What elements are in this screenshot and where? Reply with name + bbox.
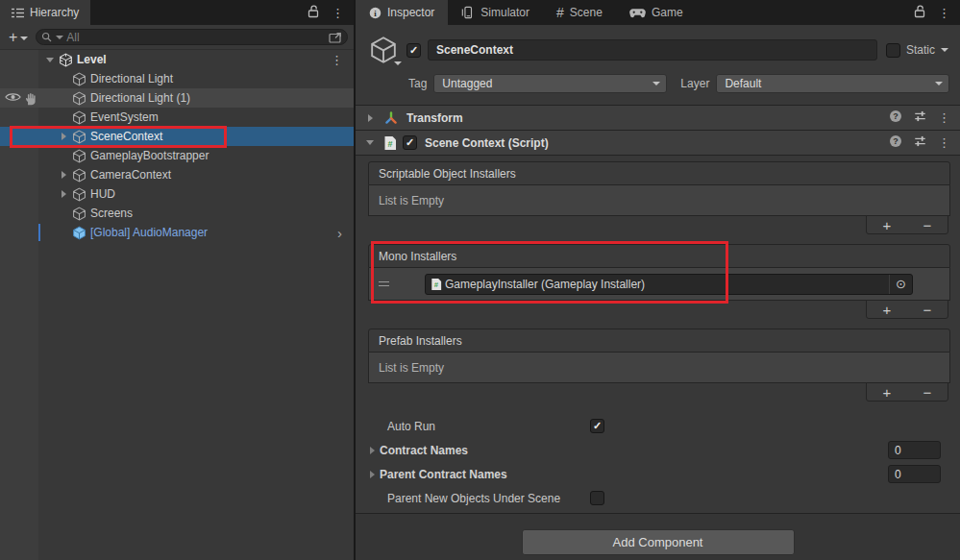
hierarchy-item-directional-light[interactable]: Directional Light — [0, 69, 354, 88]
expander-collapsed-icon[interactable] — [56, 186, 71, 202]
tab-simulator[interactable]: Simulator — [448, 0, 543, 25]
prefab-open-arrow-icon[interactable]: › — [337, 226, 354, 240]
hierarchy-item-directional-light-1[interactable]: Directional Light (1) — [0, 88, 354, 108]
remove-item-button[interactable]: − — [907, 384, 948, 401]
preset-icon[interactable] — [913, 134, 927, 151]
property-auto-run: Auto Run — [368, 416, 941, 436]
hierarchy-item-label: Directional Light — [90, 72, 173, 85]
pickability-hand-icon[interactable] — [24, 92, 37, 109]
tab-game[interactable]: Game — [616, 0, 697, 25]
add-item-button[interactable]: + — [867, 217, 907, 233]
remove-item-button[interactable]: − — [907, 217, 948, 233]
component-header-transform[interactable]: Transform ? ⋮ — [356, 105, 960, 130]
list-item-row[interactable]: #GameplayInstaller (Gameplay Installer)⊙ — [368, 268, 950, 301]
expander-collapsed-icon[interactable] — [364, 443, 380, 458]
gameobject-cube-icon — [71, 167, 86, 183]
tag-label: Tag — [408, 77, 427, 90]
hierarchy-item-level[interactable]: Level⋮ — [0, 50, 354, 69]
component-header-scene-context[interactable]: # Scene Context (Script) ? ⋮ — [356, 130, 960, 155]
hierarchy-item-label: SceneContext — [90, 130, 162, 143]
kebab-menu-icon[interactable]: ⋮ — [938, 111, 950, 124]
magnifier-icon — [41, 32, 53, 43]
hierarchy-item-screens[interactable]: Screens — [0, 204, 354, 223]
expander-collapsed-icon[interactable] — [56, 129, 71, 144]
component-enabled-checkbox[interactable] — [403, 135, 417, 150]
list-footer: +− — [368, 216, 950, 241]
info-icon: i — [369, 7, 382, 19]
tab-hierarchy[interactable]: Hierarchy — [0, 0, 90, 25]
kebab-menu-icon[interactable]: ⋮ — [938, 7, 950, 19]
remove-item-button[interactable]: − — [907, 302, 948, 318]
script-icon: # — [383, 135, 397, 151]
hierarchy-item-cameracontext[interactable]: CameraContext — [0, 165, 354, 184]
array-size-input[interactable] — [888, 441, 941, 459]
property-checkbox[interactable] — [590, 491, 604, 505]
expander-slot — [56, 225, 71, 240]
prefab-accent-bar — [38, 224, 40, 241]
svg-text:?: ? — [893, 136, 898, 146]
add-item-button[interactable]: + — [867, 384, 907, 401]
expander-collapsed-icon[interactable] — [364, 467, 380, 482]
chevron-down-icon — [652, 82, 660, 85]
preset-icon[interactable] — [913, 110, 927, 126]
object-field[interactable]: #GameplayInstaller (Gameplay Installer)⊙ — [425, 274, 913, 295]
hierarchy-tree: Level⋮Directional LightDirectional Light… — [0, 50, 354, 560]
add-item-button[interactable]: + — [867, 302, 907, 318]
help-icon[interactable]: ? — [889, 134, 902, 151]
kebab-menu-icon[interactable]: ⋮ — [938, 136, 950, 149]
layer-label: Layer — [680, 77, 709, 90]
gameobject-cube-icon[interactable] — [367, 34, 400, 66]
list-prefab-installers: Prefab InstallersList is Empty+− — [368, 329, 950, 408]
expander-slot — [56, 148, 71, 163]
visibility-eye-icon[interactable] — [5, 91, 21, 106]
expander-expanded-icon[interactable] — [362, 135, 378, 151]
layer-dropdown[interactable]: Default — [716, 74, 949, 93]
svg-text:?: ? — [893, 111, 898, 121]
list-mono-installers: Mono Installers#GameplayInstaller (Gamep… — [368, 244, 950, 326]
gameobject-cube-icon — [71, 148, 86, 163]
object-picker-button[interactable]: ⊙ — [889, 275, 912, 294]
gameobject-cube-icon — [71, 90, 86, 106]
hierarchy-item-global-audiomanager[interactable]: [Global] AudioManager› — [0, 223, 354, 242]
active-checkbox[interactable] — [406, 43, 421, 58]
prefab-cube-icon — [71, 225, 86, 240]
create-object-button[interactable]: + — [6, 29, 31, 46]
property-parent-new-objects-under-scene: Parent New Objects Under Scene — [368, 488, 941, 508]
lock-icon[interactable] — [308, 5, 319, 21]
scene-menu-icon[interactable]: ⋮ — [331, 54, 354, 66]
lock-icon[interactable] — [914, 5, 925, 21]
hierarchy-item-hud[interactable]: HUD — [0, 184, 354, 204]
tag-dropdown[interactable]: Untagged — [433, 74, 667, 93]
static-label: Static — [906, 43, 935, 57]
expander-collapsed-icon[interactable] — [56, 167, 71, 183]
drag-handle-icon[interactable] — [379, 281, 389, 286]
array-size-input[interactable] — [888, 465, 941, 483]
static-checkbox[interactable] — [886, 43, 900, 58]
expander-collapsed-icon[interactable] — [362, 110, 378, 126]
tab-inspector[interactable]: iInspector — [356, 0, 448, 25]
search-input[interactable] — [66, 31, 326, 44]
tab-scene[interactable]: #Scene — [543, 0, 616, 25]
hierarchy-item-scenecontext[interactable]: SceneContext — [0, 127, 354, 146]
property-label: Auto Run — [368, 420, 590, 433]
kebab-menu-icon[interactable]: ⋮ — [332, 7, 344, 19]
help-icon[interactable]: ? — [889, 110, 902, 126]
static-dropdown-icon[interactable] — [941, 48, 948, 52]
tag-layer-row: Tag Untagged Layer Default — [408, 74, 949, 93]
hierarchy-item-eventsystem[interactable]: EventSystem — [0, 108, 354, 127]
object-name-input[interactable] — [428, 39, 877, 61]
property-checkbox[interactable] — [590, 419, 604, 433]
inspector-tab-bar: iInspectorSimulator#SceneGame ⋮ — [356, 0, 960, 25]
open-search-window-icon[interactable] — [329, 32, 342, 43]
expander-expanded-icon[interactable] — [42, 52, 58, 67]
hierarchy-item-gameplaybootstrapper[interactable]: GameplayBootstrapper — [0, 146, 354, 165]
tab-label: Scene — [570, 6, 603, 19]
hierarchy-item-label: Directional Light (1) — [90, 91, 190, 105]
search-filter-caret-icon[interactable] — [56, 36, 63, 39]
list-title: Mono Installers — [379, 250, 456, 263]
add-component-button[interactable]: Add Component — [522, 529, 795, 555]
svg-text:#: # — [434, 280, 439, 289]
hierarchy-search-field[interactable] — [36, 29, 348, 45]
inspector-panel: iInspectorSimulator#SceneGame ⋮ Static T… — [356, 0, 960, 560]
gameobject-cube-icon — [71, 110, 86, 125]
